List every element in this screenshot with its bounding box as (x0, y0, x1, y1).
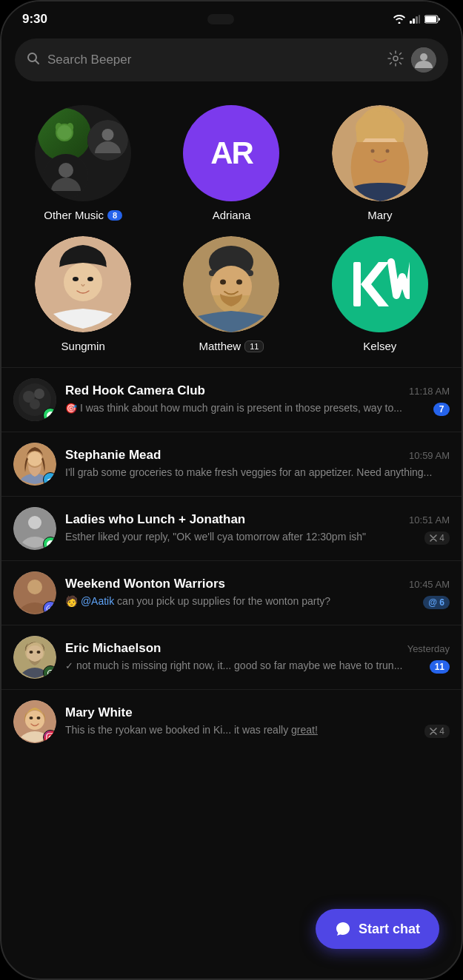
contact-name-row-kelsey: Kelsey (363, 340, 396, 352)
contact-badge-other-music: 8 (107, 210, 122, 221)
svg-point-46 (51, 608, 53, 609)
chat-item-stephanie[interactable]: Stephanie Mead 10:59 AM I'll grab some g… (1, 432, 462, 496)
unread-badge-red-hook: 7 (433, 403, 450, 416)
search-bar[interactable]: Search Beeper (15, 38, 448, 81)
svg-point-18 (102, 129, 114, 141)
chat-name-ladies: Ladies who Lunch + Jonathan (65, 512, 245, 527)
battery-icon (424, 15, 441, 24)
chat-content-wonton: Weekend Wonton Warriors 10:45 AM 🧑 @Aati… (65, 577, 450, 609)
chat-name-wonton: Weekend Wonton Warriors (65, 577, 225, 591)
contact-name-matthew: Matthew (199, 340, 242, 352)
svg-point-10 (420, 53, 427, 61)
status-icons (393, 15, 441, 24)
contact-avatar-kelsey (332, 236, 428, 332)
chat-avatar-mary-white (13, 700, 56, 743)
chat-list: Red Hook Camera Club 11:18 AM 🎯 I was th… (1, 368, 462, 754)
svg-line-7 (36, 60, 39, 64)
chat-item-mary-white[interactable]: Mary White This is the ryokan we booked … (1, 690, 462, 754)
platform-badge-discord (43, 601, 56, 614)
notch (207, 14, 234, 24)
platform-badge-whatsapp-2 (43, 537, 56, 550)
contact-avatar-sungmin (35, 236, 131, 332)
svg-point-60 (52, 734, 53, 736)
unread-badge-mary-white: 4 (424, 725, 450, 738)
chat-preview-red-hook: 🎯 I was think about how much grain is pr… (65, 401, 427, 416)
contact-name-row-sungmin: Sungmin (61, 340, 105, 352)
contacts-grid: +8 Other Music 8 AR Adriana (1, 92, 462, 367)
chat-bubble-icon (335, 921, 351, 937)
contact-item-kelsey[interactable]: Kelsey (306, 229, 454, 360)
svg-rect-58 (47, 734, 55, 742)
chat-preview-stephanie: I'll grab some groceries to make fresh v… (65, 466, 450, 480)
contact-name-adriana: Adriana (213, 209, 251, 221)
signal-icon (410, 15, 420, 24)
svg-point-42 (28, 516, 41, 529)
settings-icon[interactable] (387, 50, 404, 70)
platform-badge-signal (43, 665, 56, 679)
chat-content-ladies: Ladies who Lunch + Jonathan 10:51 AM Est… (65, 512, 450, 545)
start-chat-label: Start chat (359, 922, 420, 937)
unread-badge-ladies: 4 (424, 531, 450, 545)
svg-point-37 (34, 389, 44, 399)
user-avatar[interactable] (411, 47, 436, 73)
chat-time-eric: Yesterday (407, 643, 450, 654)
chat-item-wonton[interactable]: Weekend Wonton Warriors 10:45 AM 🧑 @Aati… (1, 561, 462, 625)
at-mention-badge-wonton: @ 6 (423, 596, 450, 609)
chat-name-mary-white: Mary White (65, 705, 133, 720)
contact-item-adriana[interactable]: AR Adriana (157, 98, 305, 229)
contact-item-other-music[interactable]: +8 Other Music 8 (9, 98, 157, 229)
status-bar: 9:30 (1, 1, 462, 31)
svg-point-55 (25, 711, 44, 730)
contact-item-matthew[interactable]: Matthew 11 (157, 229, 305, 360)
start-chat-button[interactable]: Start chat (316, 909, 439, 949)
chat-item-red-hook[interactable]: Red Hook Camera Club 11:18 AM 🎯 I was th… (1, 368, 462, 432)
svg-rect-1 (413, 19, 415, 24)
contact-avatar-other-music: +8 (35, 105, 131, 201)
chat-content-red-hook: Red Hook Camera Club 11:18 AM 🎯 I was th… (65, 383, 450, 416)
contact-item-mary[interactable]: Mary (306, 98, 454, 229)
svg-rect-34 (353, 262, 361, 306)
svg-point-22 (370, 150, 374, 153)
contact-badge-matthew: 11 (244, 340, 264, 352)
platform-badge-instagram (43, 730, 56, 743)
contact-avatar-mary (332, 105, 428, 201)
chat-item-ladies[interactable]: Ladies who Lunch + Jonathan 10:51 AM Est… (1, 497, 462, 560)
svg-point-44 (27, 580, 42, 594)
svg-point-51 (37, 651, 41, 654)
chat-preview-wonton: 🧑 @Aatik can you pick up supplies for th… (65, 594, 417, 609)
svg-point-26 (73, 277, 79, 281)
contact-name-row-adriana: Adriana (213, 209, 251, 221)
unread-badge-eric: 11 (430, 660, 450, 674)
svg-point-56 (30, 716, 33, 719)
chat-preview-ladies: Esther liked your reply, "OK we'll cya t… (65, 530, 419, 545)
chat-avatar-wonton (13, 571, 56, 614)
search-placeholder: Search Beeper (47, 53, 380, 67)
svg-point-33 (236, 280, 242, 285)
svg-point-8 (393, 56, 398, 61)
chat-avatar-ladies (13, 507, 56, 550)
chat-time-red-hook: 11:18 AM (409, 386, 450, 397)
svg-point-25 (64, 263, 102, 301)
platform-badge-whatsapp (43, 408, 56, 421)
svg-rect-3 (419, 15, 420, 24)
contact-name-kelsey: Kelsey (363, 340, 396, 352)
chat-preview-mary-white: This is the ryokan we booked in Ki... it… (65, 723, 419, 738)
chat-avatar-eric (13, 636, 56, 679)
search-icon (27, 52, 40, 69)
contact-avatar-adriana: AR (183, 105, 279, 201)
svg-point-53 (50, 672, 52, 674)
chat-content-eric: Eric Michaelson Yesterday ✓ not much is … (65, 641, 450, 674)
contact-name-mary: Mary (367, 209, 392, 221)
svg-rect-5 (425, 16, 436, 22)
chat-avatar-stephanie (13, 443, 56, 486)
contact-item-sungmin[interactable]: Sungmin (9, 229, 157, 360)
status-time: 9:30 (22, 12, 47, 27)
contact-name-row-mary: Mary (367, 209, 392, 221)
contact-name-other-music: Other Music (44, 209, 104, 221)
wifi-icon (393, 15, 405, 24)
chat-avatar-red-hook (13, 378, 56, 421)
chat-item-eric[interactable]: Eric Michaelson Yesterday ✓ not much is … (1, 625, 462, 689)
svg-point-27 (87, 277, 93, 281)
svg-point-50 (30, 651, 33, 654)
svg-point-23 (385, 150, 389, 153)
